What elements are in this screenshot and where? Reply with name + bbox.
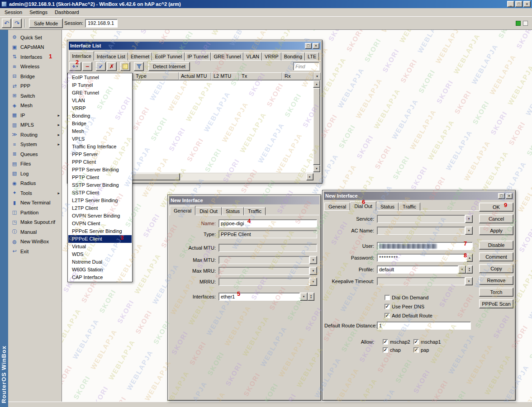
maximize-button[interactable]: □	[305, 43, 312, 49]
sidebar-item-mesh[interactable]: ◈Mesh	[8, 101, 62, 111]
tab-lte[interactable]: LTE	[305, 52, 319, 61]
column-selector-button[interactable]: ▼	[314, 72, 321, 80]
apply-button[interactable]: Apply	[479, 226, 513, 235]
sidebar-item-switch[interactable]: ⊞Switch	[8, 91, 62, 101]
menu-item-bridge[interactable]: Bridge	[68, 120, 132, 128]
menu-item-pptp-client[interactable]: PPTP Client	[68, 174, 132, 181]
sidebar-item-system[interactable]: ≡System▸	[8, 140, 62, 150]
menu-item-w60g-station[interactable]: W60G Station	[68, 266, 132, 274]
menu-item-traffic-eng[interactable]: Traffic Eng Interface	[68, 143, 132, 151]
menu-item-pptp-server-binding[interactable]: PPTP Server Binding	[68, 166, 132, 174]
max-mru-dropdown-icon[interactable]: ▼	[309, 267, 317, 275]
enable-button[interactable]: ✓	[96, 62, 106, 71]
column-tx[interactable]: Tx	[239, 72, 282, 80]
sidebar-item-exit[interactable]: ↩Exit	[8, 246, 62, 256]
menu-item-wds[interactable]: WDS	[68, 251, 132, 258]
vertical-scrollbar[interactable]: ▲ ▼	[313, 80, 320, 172]
menu-item-sstp-client[interactable]: SSTP Client	[68, 189, 132, 197]
session-address[interactable]: 192.168.9.1	[85, 19, 118, 28]
torch-button[interactable]: Torch	[479, 288, 513, 297]
tab-vlan[interactable]: VLAN	[243, 52, 262, 61]
tab-traffic[interactable]: Traffic	[399, 203, 420, 211]
new-interface-titlebar[interactable]: New Interface	[169, 196, 319, 204]
maximize-button[interactable]: □	[498, 193, 505, 199]
app-titlebar[interactable]: admin@192.168.9.1 (Skori-hAPac^2) - WinB…	[0, 0, 532, 8]
sidebar-item-partition[interactable]: ◫Partition	[8, 208, 62, 218]
pppoe-scan-button[interactable]: PPPoE Scan	[479, 299, 513, 308]
scrollbar-thumb[interactable]	[313, 88, 320, 165]
menu-dashboard[interactable]: Dashboard	[51, 9, 83, 16]
undo-button[interactable]: ↶	[2, 19, 11, 28]
interfaces-dropdown-icon[interactable]: ▼	[300, 293, 308, 301]
menu-item-eoip-tunnel[interactable]: EoIP Tunnel	[68, 74, 132, 81]
scroll-down-icon[interactable]: ▼	[313, 165, 320, 172]
minimize-button[interactable]: _	[507, 1, 514, 7]
chap-checkbox[interactable]	[383, 347, 388, 353]
menu-item-pppoe-server-binding[interactable]: PPPoE Server Binding	[68, 227, 132, 235]
menu-item-vlan[interactable]: VLAN	[68, 97, 132, 104]
menu-item-nstreme-dual[interactable]: Nstreme Dual	[68, 258, 132, 266]
tab-gre-tunnel[interactable]: GRE Tunnel	[211, 52, 243, 61]
menu-item-l2tp-server-binding[interactable]: L2TP Server Binding	[68, 197, 132, 204]
tab-status[interactable]: Status	[222, 207, 244, 215]
use-peer-dns-checkbox[interactable]	[385, 304, 390, 309]
disable-button[interactable]: ✗	[107, 62, 117, 71]
add-button[interactable]: +▼	[69, 62, 81, 71]
add-default-route-checkbox[interactable]	[385, 313, 390, 318]
sidebar-item-tools[interactable]: ✦Tools▸	[8, 188, 62, 198]
keepalive-dropdown-icon[interactable]: ▼	[465, 277, 473, 285]
sidebar-item-interfaces[interactable]: ⇅Interfaces	[8, 52, 62, 62]
menu-item-cap-interface[interactable]: CAP Interface	[68, 274, 132, 281]
column-rx[interactable]: Rx	[282, 72, 314, 80]
tab-dial-out[interactable]: Dial Out	[350, 201, 376, 211]
menu-item-ovpn-client[interactable]: OVPN Client	[68, 220, 132, 227]
service-value[interactable]	[377, 215, 465, 223]
tab-interface-list[interactable]: Interface List	[94, 52, 128, 61]
sidebar-item-files[interactable]: ▤Files	[8, 159, 62, 169]
menu-item-virtual[interactable]: Virtual	[68, 243, 132, 251]
sidebar-item-bridge[interactable]: ⊟Bridge	[8, 71, 62, 81]
menu-item-l2tp-client[interactable]: L2TP Client	[68, 204, 132, 212]
sidebar-item-ppp[interactable]: ⇄PPP	[8, 81, 62, 91]
ok-button[interactable]: OK	[479, 203, 513, 212]
menu-item-ppp-server[interactable]: PPP Server	[68, 151, 132, 158]
menu-item-ovpn-server-binding[interactable]: OVPN Server Binding	[68, 212, 132, 220]
disable-button[interactable]: Disable	[479, 241, 513, 250]
sidebar-item-make-supout[interactable]: ◳Make Supout.rif	[8, 218, 62, 227]
menu-item-ip-tunnel[interactable]: IP Tunnel	[68, 81, 132, 89]
comment-button[interactable]: Comment	[479, 252, 513, 261]
find-input[interactable]	[293, 62, 319, 71]
tab-status[interactable]: Status	[376, 203, 399, 211]
tab-general[interactable]: General	[170, 206, 195, 215]
filter-button[interactable]	[134, 62, 144, 71]
sidebar-item-new-winbox[interactable]: ◍New WinBox	[8, 237, 62, 247]
menu-session[interactable]: Session	[1, 9, 26, 16]
tab-eoip-tunnel[interactable]: EoIP Tunnel	[152, 52, 185, 61]
maximize-button[interactable]: □	[515, 1, 522, 7]
sidebar-item-mpls[interactable]: ▥MPLS▸	[8, 120, 62, 130]
redo-button[interactable]: ↷	[12, 19, 22, 28]
menu-item-pppoe-client[interactable]: PPPoE Client	[68, 235, 132, 243]
ac-name-value[interactable]	[377, 227, 465, 235]
max-mru-value[interactable]	[218, 267, 309, 275]
close-button[interactable]: ×	[523, 1, 531, 7]
name-input[interactable]	[218, 219, 317, 227]
profile-spinner[interactable]: ▲▼	[466, 265, 473, 274]
pap-checkbox[interactable]	[413, 347, 419, 353]
comment-button[interactable]	[120, 62, 130, 71]
sidebar-item-radius[interactable]: ◉Radius	[8, 179, 62, 189]
sidebar-item-ip[interactable]: ▦IP▸	[8, 110, 62, 120]
sidebar-item-log[interactable]: ▧Log	[8, 169, 62, 179]
ac-name-dropdown-icon[interactable]: ▼	[465, 227, 473, 235]
max-mtu-value[interactable]	[218, 256, 309, 264]
menu-item-gre-tunnel[interactable]: GRE Tunnel	[68, 89, 132, 97]
mrru-dropdown-icon[interactable]: ▼	[309, 278, 317, 286]
tab-dial-out[interactable]: Dial Out	[195, 207, 222, 215]
tab-ip-tunnel[interactable]: IP Tunnel	[185, 52, 211, 61]
menu-item-mesh[interactable]: Mesh	[68, 128, 132, 135]
tab-bonding[interactable]: Bonding	[281, 52, 305, 61]
tab-interface[interactable]: Interface	[69, 51, 94, 61]
menu-item-sstp-server-binding[interactable]: SSTP Server Binding	[68, 181, 132, 189]
tab-traffic[interactable]: Traffic	[244, 207, 266, 215]
max-mtu-dropdown-icon[interactable]: ▼	[309, 256, 317, 264]
